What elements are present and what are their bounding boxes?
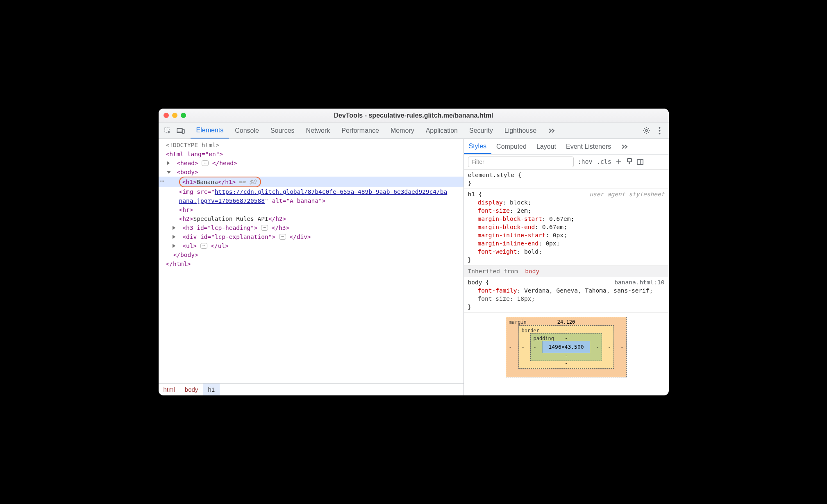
body-rule[interactable]: banana.html:10 body { font-family: Verda… [464, 277, 669, 313]
console-var: == $0 [238, 179, 256, 185]
selected-node-row[interactable]: ⋯ <h1>Banana</h1>== $0 [159, 177, 463, 187]
titlebar: DevTools - speculative-rules.glitch.me/b… [159, 109, 669, 123]
new-style-rule-icon[interactable] [616, 159, 622, 165]
crumb-html[interactable]: html [159, 384, 180, 395]
h1-rule[interactable]: user agent stylesheet h1 { display: bloc… [464, 189, 669, 266]
close-window-button[interactable] [164, 113, 169, 118]
more-menu-icon[interactable] [654, 125, 666, 136]
ellipsis-icon[interactable]: ⋯ [202, 160, 209, 166]
img-src-url[interactable]: https://cdn.glitch.global/87b4c0fe-655a-… [215, 188, 447, 195]
svg-point-5 [659, 130, 661, 132]
tab-application[interactable]: Application [420, 123, 463, 138]
styles-filter-input[interactable]: Filter [468, 157, 574, 167]
ua-stylesheet-label: user agent stylesheet [589, 190, 664, 198]
dom-tree[interactable]: <!DOCTYPE html> <html lang="en"> <head> … [159, 139, 463, 383]
inspect-icon[interactable] [162, 125, 173, 136]
ellipsis-icon[interactable]: ⋯ [261, 225, 268, 231]
svg-point-3 [645, 129, 648, 132]
ul-node[interactable]: <ul> [182, 243, 197, 249]
maximize-window-button[interactable] [181, 113, 186, 118]
ellipsis-icon[interactable]: ⋯ [200, 243, 207, 249]
tab-sources[interactable]: Sources [265, 123, 300, 138]
doctype: <!DOCTYPE html> [166, 142, 220, 148]
tab-network[interactable]: Network [300, 123, 336, 138]
main-toolbar: Elements Console Sources Network Perform… [159, 123, 669, 139]
side-tab-styles[interactable]: Styles [464, 139, 492, 154]
inherited-from-bar: Inherited from body [464, 266, 669, 277]
side-tab-event-listeners[interactable]: Event Listeners [561, 139, 616, 154]
settings-gear-icon[interactable] [641, 125, 652, 136]
side-tabs: Styles Computed Layout Event Listeners [464, 139, 669, 154]
h3-node[interactable]: <h3 id="lcp-heading"> [182, 225, 257, 231]
side-tab-layout[interactable]: Layout [532, 139, 561, 154]
html-open[interactable]: <html lang="en"> [166, 151, 223, 157]
box-model[interactable]: margin 24.120 - - border - - - - padding [464, 313, 669, 381]
device-toolbar-icon[interactable] [175, 125, 186, 136]
hr-node[interactable]: <hr> [179, 207, 193, 213]
tab-security[interactable]: Security [463, 123, 499, 138]
source-link[interactable]: banana.html:10 [614, 278, 664, 286]
styles-panel: Styles Computed Layout Event Listeners F… [464, 139, 669, 395]
tab-elements[interactable]: Elements [191, 123, 229, 138]
devtools-window: DevTools - speculative-rules.glitch.me/b… [159, 109, 669, 395]
svg-point-4 [659, 127, 661, 129]
minimize-window-button[interactable] [172, 113, 177, 118]
main-split: <!DOCTYPE html> <html lang="en"> <head> … [159, 139, 669, 395]
svg-rect-7 [627, 159, 632, 162]
div-node[interactable]: <div id="lcp-explanation"> [182, 234, 275, 240]
svg-point-6 [659, 133, 661, 134]
traffic-lights [164, 113, 186, 118]
tab-memory[interactable]: Memory [385, 123, 420, 138]
tab-console[interactable]: Console [229, 123, 265, 138]
crumb-h1[interactable]: h1 [203, 384, 220, 395]
body-node[interactable]: <body> [177, 169, 198, 175]
cls-toggle[interactable]: .cls [597, 158, 611, 166]
head-node[interactable]: <head> [177, 160, 198, 166]
node-actions-icon[interactable]: ⋯ [160, 177, 165, 186]
tab-lighthouse[interactable]: Lighthouse [499, 123, 542, 138]
window-title: DevTools - speculative-rules.glitch.me/b… [159, 112, 669, 119]
styles-filter-row: Filter :hov .cls [464, 154, 669, 170]
styles-rules: element.style { } user agent stylesheet … [464, 170, 669, 395]
paint-brush-icon[interactable] [626, 159, 633, 165]
ellipsis-icon[interactable]: ⋯ [279, 234, 286, 240]
hov-toggle[interactable]: :hov [578, 158, 593, 166]
tab-overflow-icon[interactable] [542, 123, 561, 138]
svg-rect-8 [637, 159, 643, 164]
tab-performance[interactable]: Performance [336, 123, 385, 138]
breadcrumb: html body h1 [159, 383, 463, 395]
side-tab-overflow-icon[interactable] [616, 139, 633, 154]
toggle-computed-sidebar-icon[interactable] [637, 159, 643, 165]
main-tabs: Elements Console Sources Network Perform… [191, 123, 561, 138]
elements-panel: <!DOCTYPE html> <html lang="en"> <head> … [159, 139, 464, 395]
side-tab-computed[interactable]: Computed [491, 139, 532, 154]
element-style-rule[interactable]: element.style { } [464, 170, 669, 189]
crumb-body[interactable]: body [180, 384, 203, 395]
svg-rect-1 [177, 128, 182, 132]
